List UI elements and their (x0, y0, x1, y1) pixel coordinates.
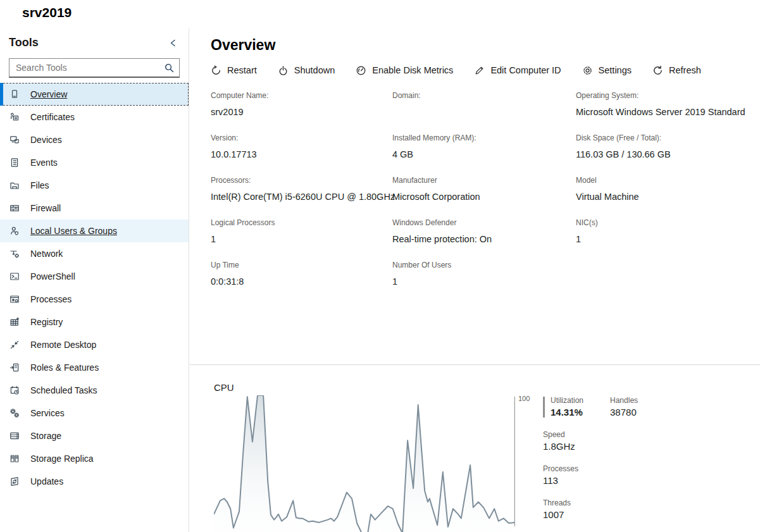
search-icon[interactable] (164, 63, 175, 73)
edit-computer-id-button[interactable]: Edit Computer ID (474, 63, 561, 77)
sidebar-item-label: Certificates (30, 112, 75, 122)
sidebar-item-label: Storage Replica (30, 454, 94, 464)
field-label: Windows Defender (392, 218, 576, 227)
sidebar-item-services[interactable]: Services (0, 402, 189, 424)
sidebar-item-roles-features[interactable]: Roles & Features (0, 356, 189, 379)
sidebar-item-certificates[interactable]: Certificates (0, 106, 189, 128)
sidebar-item-events[interactable]: Events (0, 151, 189, 174)
overview-icon (9, 89, 20, 99)
stat-handles: Handles 38780 (610, 396, 638, 418)
field-label: Model (576, 176, 760, 185)
sidebar-item-label: Scheduled Tasks (30, 385, 97, 395)
field-label: Number Of Users (392, 261, 576, 269)
chevron-left-icon (168, 40, 178, 50)
utilization-bar (543, 397, 545, 418)
remote-desktop-icon (9, 340, 20, 350)
field-value: srv2019 (211, 107, 392, 117)
sidebar-item-local-users-groups[interactable]: Local Users & Groups (0, 220, 189, 242)
field-label: Installed Memory (RAM): (392, 133, 576, 142)
stat-value: 113 (543, 475, 583, 486)
refresh-button[interactable]: Refresh (652, 63, 701, 77)
field-value: Microsoft Windows Server 2019 Standard (576, 107, 760, 117)
events-icon (9, 158, 20, 168)
registry-icon (9, 317, 20, 327)
field-label: Logical Processors (211, 218, 392, 227)
stat-label: Threads (543, 498, 583, 507)
field-label: Computer Name: (211, 91, 392, 100)
files-icon (9, 180, 20, 190)
info-field: Computer Name:srv2019 (211, 91, 392, 117)
button-label: Shutdown (294, 65, 335, 76)
stat-value: 14.31% (551, 407, 583, 418)
sidebar-item-label: Local Users & Groups (30, 226, 117, 236)
field-label: Disk Space (Free / Total): (576, 133, 760, 142)
field-value: Virtual Machine (576, 192, 760, 202)
sidebar-item-network[interactable]: Network (0, 242, 189, 265)
enable-disk-metrics-button[interactable]: Enable Disk Metrics (356, 63, 453, 77)
field-value: 0:0:31:8 (211, 276, 392, 287)
field-label: Domain: (392, 91, 576, 100)
field-value: 116.03 GB / 130.66 GB (576, 149, 760, 159)
host-title: srv2019 (22, 5, 72, 20)
stat-label: Handles (610, 396, 638, 405)
button-label: Edit Computer ID (490, 65, 561, 76)
gauge-icon (356, 65, 366, 76)
sidebar-item-updates[interactable]: Updates (0, 470, 189, 493)
devices-icon (9, 135, 20, 145)
info-field: Disk Space (Free / Total):116.03 GB / 13… (576, 133, 760, 159)
field-label: Version: (211, 133, 392, 142)
overview-info-grid: Computer Name:srv2019Domain:Operating Sy… (211, 91, 760, 287)
info-field: Version:10.0.17713 (211, 133, 392, 159)
field-value: 10.0.17713 (211, 149, 392, 159)
sidebar-collapse-button[interactable] (167, 37, 180, 49)
search-input[interactable] (9, 58, 180, 78)
tools-header: Tools (0, 28, 189, 54)
sidebar-item-label: Devices (30, 135, 62, 145)
info-field: Operating System:Microsoft Windows Serve… (576, 91, 760, 117)
tools-nav: OverviewCertificatesDevicesEventsFilesFi… (0, 83, 189, 493)
stat-processes: Processes 113 (543, 464, 583, 486)
sidebar-item-processes[interactable]: Processes (0, 288, 189, 311)
sidebar-item-label: Remote Desktop (30, 340, 96, 350)
sidebar-item-label: Overview (30, 89, 67, 99)
button-label: Restart (227, 65, 257, 76)
cpu-chart-title: CPU (214, 382, 234, 393)
network-icon (9, 249, 20, 259)
sidebar-item-remote-desktop[interactable]: Remote Desktop (0, 333, 189, 356)
info-field: Logical Processors1 (211, 218, 392, 244)
sidebar-item-overview[interactable]: Overview (0, 83, 189, 106)
stat-utilization: Utilization 14.31% (543, 396, 583, 418)
sidebar-item-registry[interactable]: Registry (0, 311, 189, 333)
restart-icon (211, 65, 221, 76)
sidebar-item-firewall[interactable]: Firewall (0, 197, 189, 220)
stat-label: Processes (543, 464, 583, 473)
field-label: Processors: (211, 176, 392, 185)
sidebar-item-label: Roles & Features (30, 362, 99, 373)
stat-speed: Speed 1.8GHz (543, 430, 583, 452)
sidebar-item-storage-replica[interactable]: Storage Replica (0, 447, 189, 470)
field-value: Intel(R) Core(TM) i5-6260U CPU @ 1.80GHz (211, 192, 392, 202)
settings-button[interactable]: Settings (582, 63, 632, 77)
info-field: ModelVirtual Machine (576, 176, 760, 202)
sidebar-item-storage[interactable]: Storage (0, 424, 189, 447)
shutdown-button[interactable]: Shutdown (278, 63, 335, 77)
sidebar-item-powershell[interactable]: PowerShell (0, 265, 189, 288)
sidebar-item-files[interactable]: Files (0, 174, 189, 197)
sidebar-item-label: Events (30, 158, 58, 168)
powershell-icon (9, 271, 20, 281)
info-field: Number Of Users1 (392, 261, 576, 287)
sidebar-item-label: Updates (30, 476, 63, 486)
performance-panel: CPU 100 Utilization (190, 365, 760, 532)
button-label: Refresh (669, 65, 701, 76)
sidebar-item-devices[interactable]: Devices (0, 128, 189, 151)
sidebar-item-scheduled-tasks[interactable]: Scheduled Tasks (0, 379, 189, 402)
sidebar-item-label: PowerShell (30, 271, 75, 281)
gear-icon (582, 65, 593, 76)
power-icon (278, 65, 289, 76)
button-label: Enable Disk Metrics (372, 65, 453, 76)
stat-value: 1.8GHz (543, 441, 583, 452)
sidebar-item-label: Registry (30, 317, 63, 327)
restart-button[interactable]: Restart (211, 63, 257, 77)
stat-value: 1007 (543, 509, 583, 520)
page-title: Overview (211, 37, 760, 54)
